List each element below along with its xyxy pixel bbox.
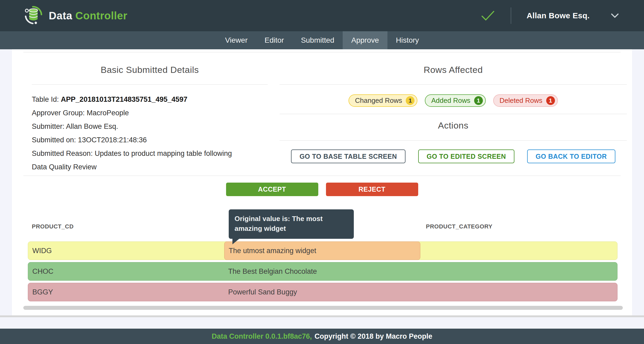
divider [280,84,627,85]
detail-submitted-on: Submitted on: 13OCT2018:21:48:36 [32,133,244,147]
data-controller-logo-icon [24,6,43,26]
divider [23,175,621,176]
added-rows-count: 1 [474,96,483,105]
reject-button[interactable]: REJECT [326,183,418,196]
go-to-base-table-screen-button[interactable]: GO TO BASE TABLE SCREEN [291,149,405,163]
user-name: Allan Bowe Esq. [527,11,590,20]
table-row-deleted: BGGY Powerful Sand Buggy [28,283,617,301]
actions-title: Actions [280,120,627,131]
top-bar: Data Controller Allan Bowe Esq. [0,0,644,31]
added-rows-badge: Added Rows 1 [425,94,486,107]
approve-detail-card: Basic Submitted Details Table Id: APP_20… [12,49,632,315]
tab-history[interactable]: History [387,31,427,49]
rows-affected-badges: Changed Rows 1 Added Rows 1 Deleted Rows… [280,94,627,107]
basic-submitted-details-title: Basic Submitted Details [32,65,268,75]
cell-product-cd: BGGY [32,288,53,296]
cell-product-desc: Powerful Sand Buggy [228,288,297,296]
changed-rows-count: 1 [406,96,414,105]
main-nav: Viewer Editor Submitted Approve History [0,31,644,49]
submission-details: Table Id: APP_20181013T214835751_495_459… [32,93,244,174]
cell-product-desc: The Best Belgian Chocolate [228,267,317,276]
user-menu-chevron-down-icon[interactable] [611,13,619,18]
status-check-icon [481,10,495,21]
footer: Data Controller 0.0.1.bf8ac76, Copyright… [0,329,644,344]
column-header-product-cd: PRODUCT_CD [32,223,74,230]
app-logo[interactable]: Data Controller [24,6,127,26]
cell-product-cd: CHOC [32,267,54,276]
app-title: Data Controller [49,10,127,22]
divider [32,84,268,85]
detail-table-id: Table Id: APP_20181013T214835751_495_459… [32,93,244,106]
cell-product-desc-changed[interactable]: The utmost amazing widget [224,241,420,260]
deleted-rows-badge: Deleted Rows 1 [493,94,558,107]
detail-approver-group: Approver Group: MacroPeople [32,106,244,120]
decision-buttons: ACCEPT REJECT [12,183,632,196]
original-value-tooltip: Original value is: The most amazing widg… [229,209,354,239]
divider [280,140,627,141]
divider [280,114,627,114]
tab-viewer[interactable]: Viewer [217,31,256,49]
footer-gap [0,317,644,329]
footer-copyright: Copyright © 2018 by Macro People [315,332,433,341]
cell-product-cd: WIDG [32,247,52,255]
deleted-rows-count: 1 [546,96,555,105]
column-header-product-category: PRODUCT_CATEGORY [426,223,492,230]
table-row-added: CHOC The Best Belgian Chocolate [28,262,617,281]
go-to-edited-screen-button[interactable]: GO TO EDITED SCREEN [418,149,514,163]
detail-submitter: Submitter: Allan Bowe Esq. [32,120,244,133]
diff-grid: WIDG The utmost amazing widget CHOC The … [28,241,617,303]
card-bottom-rule [0,315,644,317]
horizontal-scrollbar-thumb[interactable] [23,306,623,310]
action-buttons: GO TO BASE TABLE SCREEN GO TO EDITED SCR… [280,149,627,163]
rows-affected-title: Rows Affected [280,65,627,75]
go-back-to-editor-button[interactable]: GO BACK TO EDITOR [527,149,615,163]
detail-submitted-reason: Submitted Reason: Updates to product map… [32,147,244,174]
tab-submitted[interactable]: Submitted [292,31,343,49]
card-top-divider [23,52,621,52]
tab-approve[interactable]: Approve [343,31,387,49]
horizontal-scrollbar[interactable] [23,306,633,310]
accept-button[interactable]: ACCEPT [226,183,318,196]
footer-version: Data Controller 0.0.1.bf8ac76, [212,332,312,341]
header-divider [511,7,511,24]
tab-editor[interactable]: Editor [256,31,292,49]
table-row-changed: WIDG The utmost amazing widget [28,241,617,260]
changed-rows-badge: Changed Rows 1 [349,94,417,107]
